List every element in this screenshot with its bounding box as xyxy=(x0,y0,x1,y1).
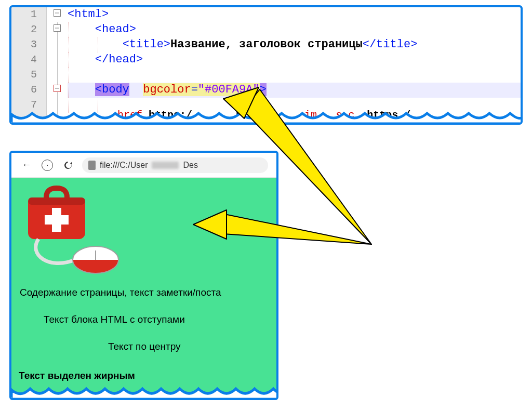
tag-head-close: </head> xyxy=(95,53,143,66)
back-button[interactable]: ← xyxy=(20,159,33,172)
page-paragraph: Текст по центру xyxy=(108,341,181,352)
title-text: Название, заголовок страницы xyxy=(170,38,363,51)
page-icon xyxy=(88,161,96,170)
browser-toolbar: ← file:///C:/UserDes xyxy=(11,153,276,178)
fold-toggle-icon[interactable] xyxy=(54,24,61,32)
line-number: 1 xyxy=(11,7,47,22)
code-line-active[interactable]: 6 <body bgcolor="#00FA9A"> xyxy=(11,83,521,98)
reload-button[interactable] xyxy=(61,159,75,172)
fold-toggle-icon[interactable] xyxy=(54,9,61,17)
page-logo-image xyxy=(18,182,132,281)
page-paragraph: Текст блока HTML с отступами xyxy=(44,314,185,325)
tag-title-open: <title> xyxy=(123,38,170,51)
attr-eq: = xyxy=(191,83,198,96)
url-text-pre: file:///C:/User xyxy=(100,161,148,170)
attr-bgcolor: bgcolor xyxy=(143,83,191,96)
page-viewport: Содержание страницы, текст заметки/поста… xyxy=(11,178,276,398)
tag-body: body xyxy=(102,83,129,96)
fold-gutter xyxy=(47,52,68,68)
fold-gutter[interactable] xyxy=(47,22,68,37)
line-number: 6 xyxy=(11,83,47,98)
attr-value: "#00FA9A" xyxy=(198,83,260,96)
code-line-torn: href https:/ p.in im s c https / xyxy=(11,109,521,124)
tag-title-close: </title> xyxy=(363,38,418,51)
fold-gutter[interactable] xyxy=(47,83,68,98)
page-bold-text: Текст выделен жирным xyxy=(19,370,135,381)
url-blurred xyxy=(152,162,179,169)
address-bar[interactable]: file:///C:/UserDes xyxy=(82,157,268,173)
code-line: 3 <title>Название, заголовок страницы</t… xyxy=(11,37,521,52)
line-number: 5 xyxy=(11,68,47,83)
code-line: 5 xyxy=(11,68,521,83)
line-number: 2 xyxy=(11,22,47,37)
code-line: 1 <html> xyxy=(11,7,521,22)
tag-head-open: <head> xyxy=(95,23,136,36)
fold-gutter xyxy=(47,37,68,52)
url-text-post: Des xyxy=(183,161,197,170)
code-editor-panel: 1 <html> 2 <head> 3 <title>Название, заг… xyxy=(9,5,523,125)
body-close-bracket: > xyxy=(260,83,267,96)
fold-toggle-icon[interactable] xyxy=(54,85,61,92)
body-open-bracket: < xyxy=(95,83,102,96)
code-line: 2 <head> xyxy=(11,22,521,37)
line-number: 4 xyxy=(11,52,47,68)
svg-rect-3 xyxy=(45,215,69,225)
yandex-home-icon[interactable] xyxy=(41,159,54,172)
tag-html-open: <html> xyxy=(68,8,109,21)
fold-gutter[interactable] xyxy=(47,7,68,22)
code-line: 4 </head> xyxy=(11,52,521,68)
fold-gutter xyxy=(47,68,68,83)
space xyxy=(129,83,143,96)
browser-preview-panel: ← file:///C:/UserDes xyxy=(9,151,278,400)
line-number: 3 xyxy=(11,37,47,52)
page-paragraph: Содержание страницы, текст заметки/поста xyxy=(20,287,221,298)
svg-rect-1 xyxy=(28,197,85,205)
